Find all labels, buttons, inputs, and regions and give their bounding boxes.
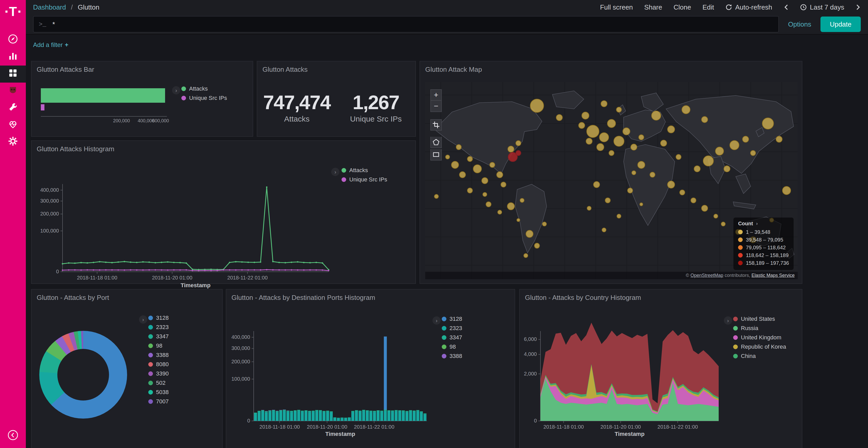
breadcrumb-current: Glutton [78,3,99,11]
time-forward-button[interactable] [856,4,861,10]
legend-color-dot [733,345,738,349]
legend-item[interactable]: 3128 [442,314,462,323]
legend-label: Attacks [349,167,368,174]
zoom-out-button[interactable]: − [430,101,442,112]
sidebar-item-discover[interactable] [0,32,26,48]
svg-text:100,000: 100,000 [40,228,59,234]
map-legend-item: 118,642 – 158,189 [738,251,789,259]
svg-text:0: 0 [56,269,59,274]
legend-toggle-icon[interactable]: › [139,315,147,323]
mask-icon [8,85,18,97]
bar-Unique Src IPs[interactable] [41,104,44,110]
legend-label: China [741,353,755,359]
logo-t: T [9,5,17,18]
svg-text:200,000: 200,000 [231,359,250,365]
legend-item[interactable]: 3390 [148,369,169,378]
query-value: * [53,21,55,28]
legend-item[interactable]: China [733,351,786,361]
polygon-tool-button[interactable] [430,137,442,148]
legend-item[interactable]: Russia [733,323,786,333]
legend-item[interactable]: 8080 [148,360,169,369]
edit-button[interactable]: Edit [703,3,714,11]
legend-color-dot [148,343,153,348]
breadcrumb-dashboard-link[interactable]: Dashboard [33,3,66,11]
search-query-input[interactable]: >_ * [33,16,779,33]
world-map[interactable]: + − Count › 1 – 39,54839,548 [425,82,798,279]
zoom-in-button[interactable]: + [430,89,442,101]
legend-item[interactable]: 2323 [442,323,462,333]
sidebar-collapse[interactable] [0,429,26,443]
legend-toggle-icon[interactable]: › [331,168,339,176]
legend-color-dot [148,399,153,404]
openstreetmap-link[interactable]: OpenStreetMap [690,273,723,278]
legend-label: 5038 [156,389,169,395]
legend-item[interactable]: 3128 [148,313,169,322]
legend-item[interactable]: Attacks [342,166,387,175]
legend-color-dot [733,326,738,331]
legend-label: Russia [741,325,758,332]
telekom-logo[interactable]: T [0,5,26,18]
add-filter-link[interactable]: Add a filter+ [33,41,68,48]
auto-refresh-button[interactable]: Auto-refresh [725,3,772,11]
legend-toggle-icon[interactable]: › [724,316,732,325]
legend-color-dot [733,335,738,340]
svg-text:300,000: 300,000 [40,198,59,204]
legend-item[interactable]: 98 [148,341,169,350]
topbar-actions: Full screen Share Clone Edit Auto-refres… [600,3,861,11]
legend-toggle-icon[interactable]: › [432,316,441,325]
legend-item[interactable]: 5038 [148,388,169,397]
rectangle-tool-button[interactable] [430,149,442,161]
map-legend-label: 158,189 – 197,736 [746,260,789,266]
console-prompt-icon: >_ [39,21,46,28]
axis-tick-label: 600,000 [152,118,169,124]
sidebar-item-visualize[interactable] [0,48,26,66]
legend-item[interactable]: United Kingdom [733,333,786,342]
legend-item[interactable]: 3347 [442,333,462,342]
svg-text:Timestamp: Timestamp [615,431,645,437]
map-legend-dot [738,237,743,242]
sidebar-item-dashboard[interactable] [0,66,26,82]
legend-label: Unique Src IPs [349,176,387,183]
legend-item[interactable]: 502 [148,378,169,388]
clone-button[interactable]: Clone [674,3,691,11]
query-options-link[interactable]: Options [788,21,811,28]
legend-color-dot [442,317,446,321]
update-button[interactable]: Update [820,16,861,32]
crop-tool-button[interactable] [430,119,442,131]
sidebar-item-honeypot[interactable] [0,82,26,100]
legend-item[interactable]: United States [733,314,786,323]
sidebar-item-management[interactable] [0,134,26,151]
svg-text:Timestamp: Timestamp [181,282,211,288]
share-button[interactable]: Share [644,3,662,11]
map-legend-title[interactable]: Count › [738,221,789,227]
map-legend-item: 1 – 39,548 [738,228,789,236]
legend-label: Unique Src IPs [189,95,227,101]
svg-text:2018-11-22 01:00: 2018-11-22 01:00 [354,424,394,430]
legend-item[interactable]: 2323 [148,322,169,332]
legend-label: 3128 [156,315,169,321]
time-range-picker[interactable]: Last 7 days [800,3,844,11]
dashboard-grid: Glutton Attacks Bar 200,000400,000600,00… [26,0,868,448]
legend-item[interactable]: 7007 [148,397,169,406]
panel-glutton-attacks-bar: Glutton Attacks Bar 200,000400,000600,00… [31,61,253,137]
heartbeat-icon [8,119,18,131]
legend-item[interactable]: Republic of Korea [733,342,786,351]
legend-item[interactable]: Unique Src IPs [342,175,387,184]
time-back-button[interactable] [783,4,789,10]
port-legend: 3128232333479833888080339050250387007 [148,313,169,406]
full-screen-button[interactable]: Full screen [600,3,633,11]
legend-item[interactable]: 98 [442,342,462,351]
elastic-maps-service-link[interactable]: Elastic Maps Service [751,273,795,278]
legend-item[interactable]: Unique Src IPs [181,94,227,103]
panel-title: Glutton - Attacks by Port [32,289,222,306]
legend-item[interactable]: Attacks [181,84,227,94]
sidebar-item-monitoring[interactable] [0,117,26,134]
legend-item[interactable]: 3388 [148,350,169,360]
legend-item[interactable]: 3347 [148,332,169,341]
legend-toggle-icon[interactable]: › [172,86,180,95]
legend-label: 502 [156,380,165,386]
bar-Attacks[interactable] [41,88,165,103]
sidebar-item-dev-tools[interactable] [0,100,26,117]
legend-item[interactable]: 3388 [442,351,462,361]
panel-glutton-attacks-metric: Glutton Attacks 747,474 Attacks 1,267 Un… [257,61,416,137]
